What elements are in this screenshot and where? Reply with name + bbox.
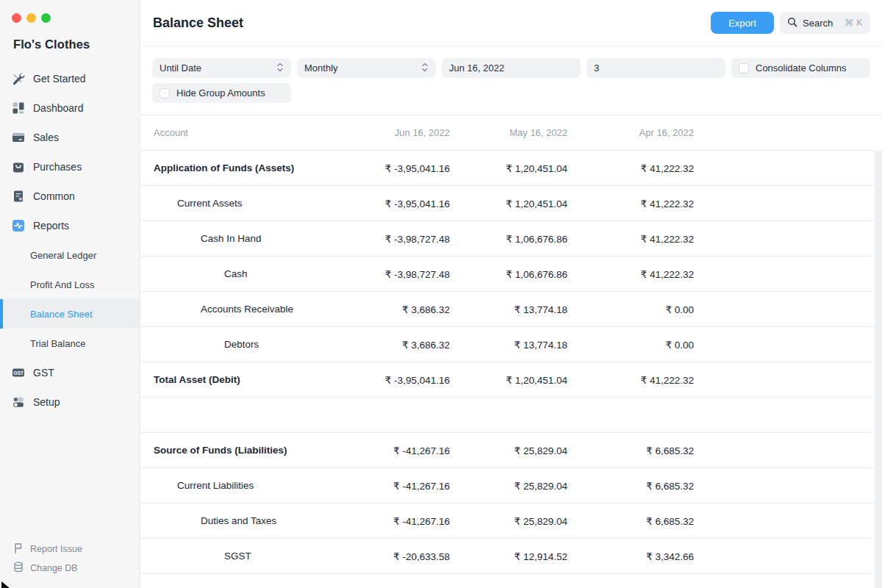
account-cell: Current Liabilities: [140, 480, 332, 491]
credit-card-icon: [12, 131, 25, 144]
hide-group-amounts-checkbox[interactable]: [159, 88, 170, 98]
table-row: Current Liabilities₹ -41,267.16₹ 25,829.…: [140, 468, 875, 503]
table-row: Source of Funds (Liabilities)₹ -41,267.1…: [140, 433, 875, 468]
consolidate-columns-toggle[interactable]: Consolidate Columns: [731, 58, 870, 78]
search-button[interactable]: Search ⌘ K: [780, 12, 870, 34]
amount-cell: ₹ 25,829.04: [450, 445, 567, 456]
sidebar-item-purchases[interactable]: Purchases: [0, 152, 140, 182]
hide-group-amounts-toggle[interactable]: Hide Group Amounts: [152, 83, 291, 103]
dashboard-grid-icon: [12, 101, 25, 115]
period-select[interactable]: Monthly: [297, 58, 436, 78]
amount-cell: ₹ 1,20,451.04: [450, 374, 567, 386]
sidebar-item-get-started[interactable]: Get Started: [0, 64, 140, 93]
maximize-window-button[interactable]: [41, 13, 51, 23]
search-shortcut: ⌘ K: [845, 18, 863, 28]
amount-cell: ₹ -3,95,041.16: [332, 374, 450, 386]
mouse-cursor: [1, 580, 11, 588]
sidebar-item-gst[interactable]: GST GST: [0, 358, 140, 387]
sidebar-subitem-label: General Ledger: [30, 250, 96, 261]
gst-badge-icon: GST: [12, 366, 25, 379]
amount-cell: ₹ 3,686.32: [332, 304, 450, 315]
table-row: Duties and Taxes₹ -41,267.16₹ 25,829.04₹…: [140, 503, 875, 539]
consolidate-columns-label: Consolidate Columns: [756, 62, 847, 74]
amount-cell: ₹ 41,222.32: [567, 374, 694, 386]
sidebar-item-trial-balance[interactable]: Trial Balance: [0, 329, 140, 358]
amount-cell: ₹ 0.00: [567, 304, 694, 315]
amount-cell: ₹ 6,685.32: [567, 480, 694, 492]
workspace-title: Flo's Clothes: [13, 37, 140, 51]
sidebar-item-setup[interactable]: Setup: [0, 387, 140, 417]
account-cell: Application of Funds (Assets): [140, 162, 332, 173]
column-header-jun: Jun 16, 2022: [332, 127, 450, 138]
account-cell: SGST: [140, 551, 332, 562]
sidebar-nav: Get Started Dashboard Sales: [0, 64, 140, 417]
sidebar-item-dashboard[interactable]: Dashboard: [0, 93, 140, 123]
amount-cell: ₹ -41,267.16: [332, 480, 450, 492]
sidebar-item-profit-and-loss[interactable]: Profit And Loss: [0, 270, 140, 299]
amount-cell: ₹ 6,685.32: [567, 515, 694, 527]
toggles-icon: [12, 395, 25, 409]
amount-cell: ₹ 41,222.32: [567, 162, 694, 174]
table-row: Cash₹ -3,98,727.48₹ 1,06,676.86₹ 41,222.…: [140, 257, 875, 292]
amount-cell: ₹ 1,20,451.04: [450, 162, 567, 174]
sidebar-subitem-label: Trial Balance: [30, 338, 85, 349]
table-row: SGST₹ -20,633.58₹ 12,914.52₹ 3,342.66: [140, 539, 875, 574]
sidebar-footer: Report Issue Change DB: [13, 539, 82, 578]
amount-cell: ₹ 25,829.04: [450, 515, 567, 527]
main-content: Balance Sheet Export Search ⌘ K Until Da…: [140, 0, 882, 588]
page-title: Balance Sheet: [153, 15, 243, 31]
consolidate-columns-checkbox[interactable]: [739, 63, 749, 74]
amount-cell: ₹ -41,267.16: [332, 445, 450, 456]
tools-icon: [12, 72, 25, 85]
count-value: 3: [594, 62, 599, 74]
table-row: Total Asset (Debit)₹ -3,95,041.16₹ 1,20,…: [140, 362, 875, 398]
sidebar-item-balance-sheet[interactable]: Balance Sheet: [0, 299, 140, 329]
sidebar-item-common[interactable]: Common: [0, 182, 140, 211]
filter-bar: Until Date Monthly Jun 1: [140, 46, 882, 115]
amount-cell: ₹ 13,774.18: [450, 339, 567, 351]
change-db-button[interactable]: Change DB: [13, 559, 82, 578]
sidebar-item-sales[interactable]: Sales: [0, 123, 140, 152]
vertical-scrollbar[interactable]: [875, 151, 882, 588]
chevron-updown-icon: [421, 62, 429, 75]
until-date-select[interactable]: Until Date: [152, 58, 291, 78]
export-button[interactable]: Export: [711, 12, 774, 34]
amount-cell: ₹ -20,633.58: [332, 551, 450, 562]
amount-cell: ₹ 1,06,676.86: [450, 233, 567, 245]
sidebar-item-label: GST: [33, 367, 54, 379]
table-body: Application of Funds (Assets)₹ -3,95,041…: [140, 151, 875, 588]
sidebar-item-label: Setup: [33, 396, 60, 408]
hide-group-amounts-label: Hide Group Amounts: [176, 87, 265, 98]
flag-icon: [13, 542, 24, 556]
date-input[interactable]: Jun 16, 2022: [442, 58, 581, 78]
sidebar-item-general-ledger[interactable]: General Ledger: [0, 240, 140, 270]
amount-cell: ₹ -3,98,727.48: [332, 268, 450, 280]
count-input[interactable]: 3: [587, 58, 725, 78]
amount-cell: ₹ 3,342.66: [567, 551, 694, 562]
account-cell: Duties and Taxes: [140, 515, 332, 526]
search-icon: [787, 17, 797, 29]
amount-cell: ₹ -3,95,041.16: [332, 198, 450, 209]
table-row: Accounts Receivable₹ 3,686.32₹ 13,774.18…: [140, 292, 875, 327]
amount-cell: ₹ 0.00: [567, 339, 694, 351]
sidebar-item-label: Reports: [33, 220, 69, 232]
table-header-row: Account Jun 16, 2022 May 16, 2022 Apr 16…: [140, 115, 875, 151]
amount-cell: ₹ -3,95,041.16: [332, 162, 450, 174]
column-header-account: Account: [140, 127, 332, 138]
page-header: Balance Sheet Export Search ⌘ K: [140, 0, 882, 46]
account-cell: Total Asset (Debit): [140, 374, 332, 385]
amount-cell: ₹ 41,222.32: [567, 198, 694, 209]
close-window-button[interactable]: [12, 13, 21, 23]
until-date-value: Until Date: [159, 62, 201, 74]
account-cell: Accounts Receivable: [140, 304, 332, 315]
table-row: Cash In Hand₹ -3,98,727.48₹ 1,06,676.86₹…: [140, 221, 875, 257]
sidebar-item-reports[interactable]: Reports: [0, 211, 140, 240]
table-row: Debtors₹ 3,686.32₹ 13,774.18₹ 0.00: [140, 327, 875, 362]
minimize-window-button[interactable]: [26, 13, 36, 23]
amount-cell: ₹ 12,914.52: [450, 551, 567, 562]
footer-item-label: Report Issue: [30, 544, 82, 554]
sidebar-item-label: Common: [33, 190, 75, 202]
report-issue-button[interactable]: Report Issue: [13, 539, 82, 559]
amount-cell: ₹ 25,829.04: [450, 480, 567, 492]
document-icon: [12, 190, 25, 203]
